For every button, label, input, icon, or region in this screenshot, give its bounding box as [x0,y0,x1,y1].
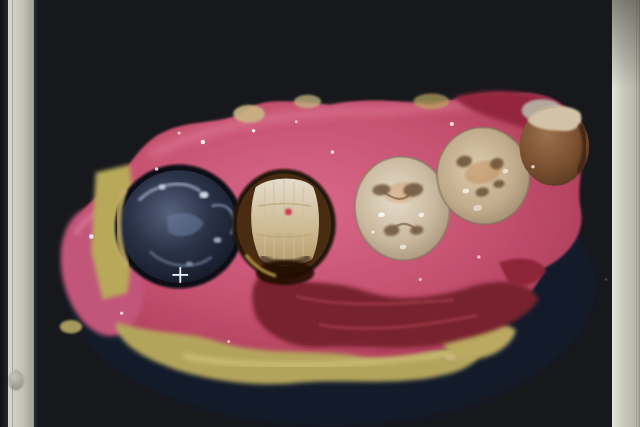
dental-3d-model-viewport[interactable] [0,0,640,427]
screen-edge [34,0,37,427]
monitor-bezel-right [612,0,640,427]
monitor-photo: LUVEL XAVIER 01/01/1961 ADMINISTRATION [0,0,640,427]
screen-edge [605,0,612,427]
bezel-seam [12,0,13,427]
monitor-bezel-left [8,0,34,427]
bezel-shadow [612,0,640,90]
monitor-screen: LUVEL XAVIER 01/01/1961 ADMINISTRATION [0,0,640,427]
photo-dark-edge [0,0,8,427]
monitor-power-knob [9,370,23,388]
